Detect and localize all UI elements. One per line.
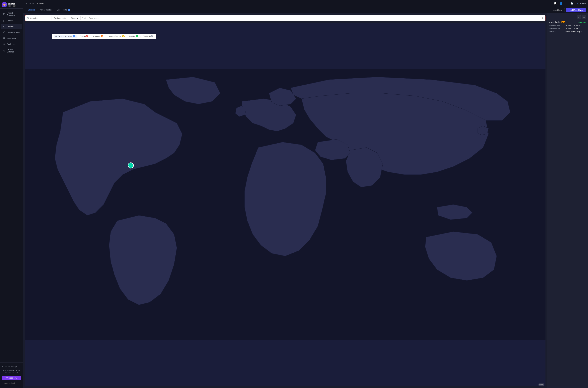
edge-hosts-badge: 2 [68,9,70,11]
failed-label: Failed [80,35,85,37]
add-label: Add New Cluster [570,9,584,11]
tabs-row: Clusters Virtual Clusters Edge Hosts 2 ⬇… [23,7,588,13]
cluster-marker-us[interactable] [128,163,133,168]
tab-clusters-label: Clusters [28,9,35,11]
import-label: Import Cluster [552,9,563,11]
cluster-status-badge: RUNNING [579,21,586,23]
sidebar-bottom: ✦ Tenant Settings Start small and only p… [0,362,23,388]
map-section: 🔍 Environment ▾ Status ▾ Profiles ≡ [23,13,547,388]
content-area: 🔍 Environment ▾ Status ▾ Profiles ≡ [23,13,588,388]
info-icon[interactable]: ℹ [565,1,569,5]
sidebar-item-profiles[interactable]: ◫ Profiles [1,18,22,24]
sidebar-nav: ⊞ Project Overview ◫ Profiles ⬡ Clusters… [0,9,23,362]
status-bar: All Clusters Displayed 1 | Failed 0 | De… [52,34,156,39]
degraded-label: Degraded [92,35,100,37]
user-info: ••••• •••• [580,2,586,4]
filter-divider-3 [80,16,81,20]
tab-clusters[interactable]: Clusters [26,7,37,13]
cluster-name-group: aws-cluster aws [549,21,566,23]
updates-pending-count: 0 [122,35,125,37]
last-modified-row: Last Modified 04 Nov 2024, 15:23 [549,28,586,30]
docs-icon: 📄 [571,2,573,4]
healthy-label: Healthy [129,35,135,37]
sidebar-label-workspaces: Workspaces [7,37,17,39]
aws-provider-badge: aws [562,21,566,23]
filter-bar: 🔍 Environment ▾ Status ▾ Profiles ≡ [25,15,545,21]
tab-edge-hosts[interactable]: Edge Hosts 2 [55,7,73,13]
healthy-count: 1 [136,35,138,37]
status-label: Status [71,17,76,19]
audit-logs-icon: ☰ [3,43,5,45]
status-disabled[interactable]: Disabled 0 [141,35,154,38]
advanced-filter-button[interactable]: ≡ [542,17,544,19]
status-updates-pending[interactable]: Updates Pending 0 [107,35,126,38]
creation-date-row: Creation Date 04 Nov 2024, 14:39 [549,25,586,27]
sidebar-item-project-settings[interactable]: ⚙ Project Settings [1,47,22,54]
sidebar-label-cluster-groups: Cluster Groups [7,31,20,33]
cluster-name-text[interactable]: aws-cluster [549,21,561,23]
tenant-settings-icon: ✦ [2,365,3,367]
search-icon: 🔍 [27,17,29,19]
tenant-settings-label: Tenant Settings [5,365,17,367]
disabled-label: Disabled [143,35,150,37]
docs-link[interactable]: 📄 Docs [571,2,578,4]
environment-chevron: ▾ [65,17,66,19]
status-degraded[interactable]: Degraded 0 [91,35,105,38]
logo-text-group: palette 4.6.0-241104 [8,2,17,7]
project-settings-icon: ⚙ [3,49,5,52]
logo-area: 🎨 palette 4.6.0-241104 [0,0,23,9]
status-failed[interactable]: Failed 0 [79,35,89,38]
search-input[interactable] [30,17,48,19]
location-value: United States, Virginia [565,31,583,33]
breadcrumb-separator: / [36,2,36,4]
spectro-cloud-logo: ✦ spectro.cloud ‹ [0,381,23,385]
status-healthy[interactable]: Healthy 1 [128,35,140,38]
status-all-clusters[interactable]: All Clusters Displayed 1 [54,35,77,38]
add-new-cluster-button[interactable]: ＋ Add New Cluster [566,8,586,12]
status-filter[interactable]: Status ▾ [70,17,79,20]
sidebar-item-audit-logs[interactable]: ☰ Audit Logs [1,41,22,47]
breadcrumb-current: Clusters [37,2,44,4]
sidebar-item-clusters[interactable]: ⬡ Clusters [1,24,22,29]
filter-divider-2 [68,16,69,20]
breadcrumb-default[interactable]: Default [28,2,35,4]
failed-count: 0 [85,35,88,37]
profiles-type-input[interactable] [89,17,541,19]
profiles-filter-label: Profiles [82,17,88,19]
project-overview-icon: ⊞ [3,13,5,15]
tab-virtual-clusters[interactable]: Virtual Clusters [37,7,55,13]
spectro-label: spectro.cloud [4,382,15,384]
panel-list-view-button[interactable]: ≡ [577,15,581,19]
user-icon[interactable]: 👤 [559,1,563,5]
profiles-icon: ◫ [3,19,5,22]
world-map: All Clusters Displayed 1 | Failed 0 | De… [25,23,545,386]
clusters-icon: ⬡ [3,25,5,28]
environment-filter[interactable]: Environment ▾ [53,17,67,20]
topbar: ⊟ Default / Clusters 💬 👤 ℹ 📄 Docs ••••• … [23,0,588,7]
import-cluster-button[interactable]: ⬇ Import Cluster [547,8,565,12]
topbar-right: 💬 👤 ℹ 📄 Docs ••••• •••• [553,1,586,5]
tenant-settings-item[interactable]: ✦ Tenant Settings [0,364,23,369]
main-content: ⊟ Default / Clusters 💬 👤 ℹ 📄 Docs ••••• … [23,0,588,388]
tab-virtual-clusters-label: Virtual Clusters [40,9,52,11]
cluster-card: aws-cluster aws RUNNING Creation Date 04… [549,21,586,33]
map-attribution: Leaflet [539,384,544,386]
panel-grid-view-button[interactable]: ⊡ [582,15,586,19]
chat-icon[interactable]: 💬 [553,1,557,5]
last-modified-value: 04 Nov 2024, 15:23 [565,28,580,30]
sidebar-label-project-settings: Project Settings [7,48,20,53]
sidebar-item-workspaces[interactable]: ▦ Workspaces [1,35,22,41]
updates-pending-label: Updates Pending [108,35,121,37]
collapse-icon[interactable]: ‹ [21,382,21,384]
app-version: 4.6.0-241104 [8,5,17,7]
sidebar-label-project-overview: Project Overview [7,12,20,16]
location-row: Location United States, Virginia [549,31,586,33]
environment-label: Environment [54,17,65,19]
sidebar-item-project-overview[interactable]: ⊞ Project Overview [1,10,22,18]
sidebar-label-audit-logs: Audit Logs [7,43,16,45]
all-clusters-label: All Clusters Displayed [55,35,72,37]
breadcrumb-icon: ⊟ [26,2,27,5]
location-label: Location [549,31,564,33]
sidebar-item-cluster-groups[interactable]: ⬡ Cluster Groups [1,30,22,35]
upgrade-button[interactable]: Upgrade now [2,376,21,380]
